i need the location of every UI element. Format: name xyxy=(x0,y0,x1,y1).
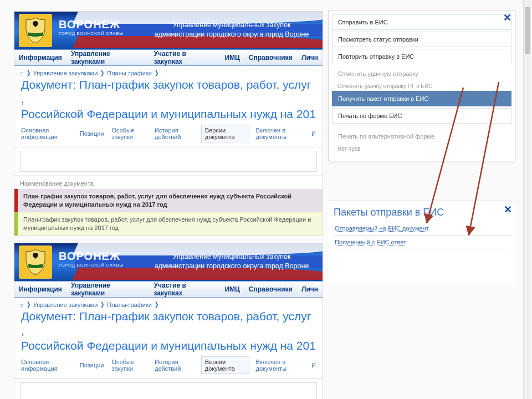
brand-title: ВОРОНЕЖ xyxy=(59,250,124,263)
menu-refs[interactable]: Справочники xyxy=(249,285,293,293)
city-crest-icon xyxy=(19,245,52,279)
dd-print-alt: Печать по альтернативной форме xyxy=(332,129,511,144)
tab-history[interactable]: История действий xyxy=(154,356,196,374)
main-menu: Информация Управление закупками Участие … xyxy=(14,281,323,298)
close-icon[interactable]: ✕ xyxy=(504,203,512,216)
dd-cancel-success: Отменить удачную отправку xyxy=(332,66,511,81)
packet-link-outgoing-anchor[interactable]: Отправляемый на ЕИС документ xyxy=(335,225,429,232)
breadcrumb-home-icon[interactable]: ⌂ xyxy=(20,70,24,76)
chevron-right-icon: ❭ xyxy=(26,301,31,308)
page-title: Документ: План-график закупок товаров, р… xyxy=(14,76,323,125)
chevron-right-icon: ❭ xyxy=(100,301,105,308)
tab-versions[interactable]: Версии документа xyxy=(201,356,249,374)
vertical-scrollbar-thumb[interactable] xyxy=(525,7,530,54)
breadcrumb-l2[interactable]: Планы-графики xyxy=(107,301,152,308)
brand-subtitle: ГОРОД ВОИНСКОЙ СЛАВЫ xyxy=(59,263,124,268)
breadcrumb-l2[interactable]: Планы-графики xyxy=(107,70,152,76)
packet-link-response: Полученный с ЕИС ответ xyxy=(334,236,510,249)
breadcrumb-l1[interactable]: Управление закупками xyxy=(33,301,98,308)
tab-included[interactable]: Включен в документы xyxy=(255,356,305,374)
chevron-right-icon: ❭ xyxy=(154,301,159,308)
menu-refs[interactable]: Справочники xyxy=(249,54,293,62)
dd-send-eis[interactable]: Отправить в ЕИС xyxy=(332,14,511,30)
tab-special[interactable]: Особые закупки xyxy=(111,125,148,142)
breadcrumb: ⌂ ❭ Управление закупками ❭ Планы-графики… xyxy=(14,298,323,308)
toolbar-placeholder xyxy=(20,151,317,172)
menu-info[interactable]: Информация xyxy=(19,54,62,62)
menu-procurement[interactable]: Управление закупками xyxy=(71,50,145,65)
chevron-right-icon: ❭ xyxy=(100,69,105,76)
menu-info[interactable]: Информация xyxy=(19,285,62,293)
tabs: Основная информация Позиции Особые закуп… xyxy=(14,125,323,147)
breadcrumb-l1[interactable]: Управление закупками xyxy=(33,70,98,76)
packets-title: Пакеты отправки в ЕИС xyxy=(334,207,510,218)
grid-header-name: Наименование документа xyxy=(14,175,323,189)
close-icon[interactable]: ✕ xyxy=(503,12,511,24)
eis-actions-dropdown: ✕ Отправить в ЕИС Посмотреть статус отпр… xyxy=(328,10,515,161)
tab-main-info[interactable]: Основная информация xyxy=(20,356,73,374)
tab-special[interactable]: Особые закупки xyxy=(111,356,148,374)
dd-print-eis[interactable]: Печать по форме ЕИС xyxy=(332,108,511,124)
packet-link-outgoing: Отправляемый на ЕИС документ xyxy=(334,222,510,236)
dd-get-packet[interactable]: Получить пакет отправки в ЕИС xyxy=(332,91,511,106)
menu-imc[interactable]: ИМЦ xyxy=(224,54,239,62)
dd-print-alt-hint: Нет прав xyxy=(337,146,506,152)
menu-participation[interactable]: Участие в закупках xyxy=(154,50,216,65)
brand-block: ВОРОНЕЖ ГОРОД ВОИНСКОЙ СЛАВЫ xyxy=(59,250,124,268)
breadcrumb: ⌂ ❭ Управление закупками ❭ Планы-графики… xyxy=(14,66,323,76)
site-banner: ВОРОНЕЖ ГОРОД ВОИНСКОЙ СЛАВЫ Управление … xyxy=(14,12,323,49)
banner-subtitle: Управление муниципальных закупок админис… xyxy=(149,21,315,39)
banner-subtitle: Управление муниципальных закупок админис… xyxy=(149,252,315,271)
document-panel-bottom: ВОРОНЕЖ ГОРОД ВОИНСКОЙ СЛАВЫ Управление … xyxy=(14,243,323,399)
tab-history[interactable]: История действий xyxy=(154,125,196,142)
tab-main-info[interactable]: Основная информация xyxy=(20,125,73,142)
main-menu: Информация Управление закупками Участие … xyxy=(14,49,323,66)
dd-cancel-hint: Отменить удачну отправку ПГ в ЕИС xyxy=(337,83,506,89)
tab-versions[interactable]: Версии документа xyxy=(201,125,249,142)
site-banner: ВОРОНЕЖ ГОРОД ВОИНСКОЙ СЛАВЫ Управление … xyxy=(14,243,323,281)
chevron-right-icon: ❭ xyxy=(26,69,31,76)
brand-title: ВОРОНЕЖ xyxy=(59,18,124,31)
toolbar-placeholder xyxy=(20,382,317,399)
tab-included[interactable]: Включен в документы xyxy=(255,125,305,142)
menu-procurement[interactable]: Управление закупками xyxy=(71,282,145,297)
tab-positions[interactable]: Позиции xyxy=(79,360,105,371)
separator xyxy=(334,126,509,126)
menu-imc[interactable]: ИМЦ xyxy=(224,285,239,293)
city-crest-icon xyxy=(19,14,52,47)
chevron-right-icon: ❭ xyxy=(154,69,159,76)
menu-participation[interactable]: Участие в закупках xyxy=(154,282,216,297)
version-row-prev[interactable]: План-график закупок товаров, работ, услу… xyxy=(14,212,323,236)
tab-positions[interactable]: Позиции xyxy=(79,128,105,139)
packet-link-response-anchor[interactable]: Полученный с ЕИС ответ xyxy=(335,239,406,245)
tabs: Основная информация Позиции Особые закуп… xyxy=(14,356,323,379)
page-title: Документ: План-график закупок товаров, р… xyxy=(14,308,323,356)
breadcrumb-home-icon[interactable]: ⌂ xyxy=(20,301,24,308)
dd-resend[interactable]: Повторить отправку в ЕИС xyxy=(332,49,511,64)
brand-subtitle: ГОРОД ВОИНСКОЙ СЛАВЫ xyxy=(59,31,124,36)
tab-more[interactable]: И xyxy=(310,128,317,139)
document-panel-top: ВОРОНЕЖ ГОРОД ВОИНСКОЙ СЛАВЫ Управление … xyxy=(14,11,323,236)
menu-personal[interactable]: Личн xyxy=(301,54,318,62)
version-row-current[interactable]: План-график закупок товаров, работ, услу… xyxy=(14,189,323,213)
tab-more[interactable]: И xyxy=(310,360,317,371)
dd-status[interactable]: Посмотреть статус отправки xyxy=(332,32,511,47)
menu-personal[interactable]: Личн xyxy=(301,285,318,293)
eis-packets-panel: ✕ Пакеты отправки в ЕИС Отправляемый на … xyxy=(328,201,515,283)
vertical-scrollbar-rail[interactable] xyxy=(523,0,531,399)
brand-block: ВОРОНЕЖ ГОРОД ВОИНСКОЙ СЛАВЫ xyxy=(59,18,124,36)
